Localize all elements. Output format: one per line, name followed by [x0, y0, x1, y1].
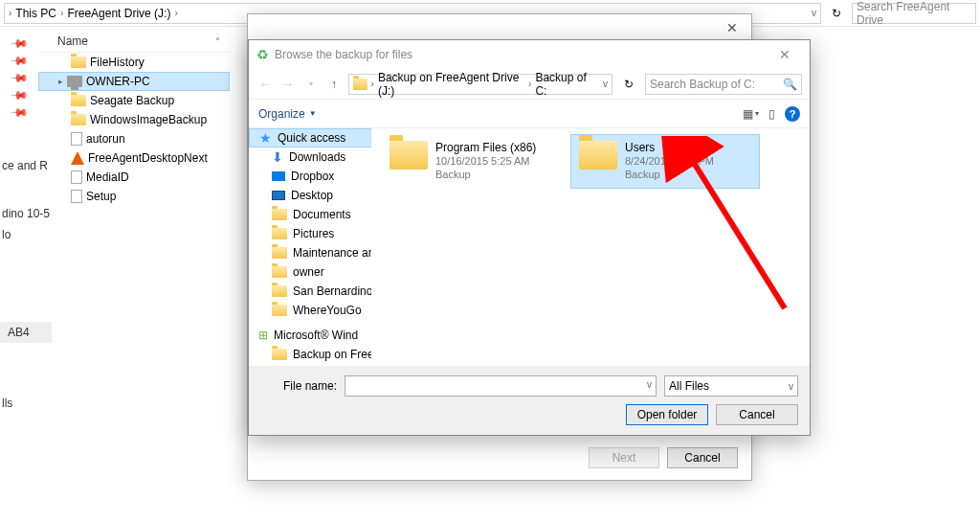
folder-icon — [390, 141, 428, 170]
file-browse-dialog: ♻ Browse the backup for files ✕ ← → ▾ ↑ … — [248, 39, 811, 436]
breadcrumb-item[interactable]: FreeAgent Drive (J:) — [67, 7, 170, 20]
filename-input[interactable]: v — [345, 375, 657, 397]
sidebar-item-downloads[interactable]: ⬇Downloads📍 — [249, 148, 371, 167]
pin-icon: 📌 — [10, 34, 29, 53]
dropbox-icon — [272, 171, 285, 181]
sidebar-item-documents[interactable]: Documents📍 — [249, 205, 371, 224]
wizard-button-row: Next Cancel — [589, 447, 738, 468]
tree-item[interactable]: ▸OWNER-PC — [38, 72, 230, 91]
item-type: Backup — [435, 168, 536, 181]
help-button[interactable]: ? — [785, 106, 800, 122]
breadcrumb-item[interactable]: Backup on FreeAgent Drive (J:) — [378, 71, 524, 98]
chevron-right-icon: › — [9, 8, 11, 18]
restore-icon: ♻ — [256, 47, 269, 62]
windows-icon: ⊞ — [258, 329, 268, 342]
recent-dropdown: ▾ — [302, 79, 320, 88]
computer-icon — [67, 76, 82, 87]
item-title: Users — [625, 141, 714, 154]
dialog-navbar: ← → ▾ ↑ › Backup on FreeAgent Drive (J:)… — [249, 69, 810, 100]
tree-item[interactable]: MediaID — [38, 168, 230, 187]
refresh-button[interactable]: ↻ — [827, 7, 846, 20]
sidebar-item-desktop[interactable]: Desktop📍 — [249, 186, 371, 205]
sidebar-item-dropbox[interactable]: Dropbox📍 — [249, 167, 371, 186]
dropdown-icon[interactable]: v — [603, 79, 608, 89]
column-header-name[interactable]: Name ˄ — [38, 31, 230, 53]
search-input[interactable]: Search Backup of C: 🔍 — [645, 74, 802, 95]
file-list[interactable]: Program Files (x86) 10/16/2015 5:25 AM B… — [371, 128, 810, 366]
sidebar-item[interactable]: WhereYouGo — [249, 301, 371, 320]
folder-icon — [272, 209, 287, 220]
pin-icon: 📌 — [10, 102, 29, 122]
folder-icon — [272, 285, 287, 297]
folder-icon — [272, 349, 287, 360]
preview-pane-button[interactable]: ▯ — [768, 107, 775, 121]
desktop-icon — [272, 191, 285, 200]
breadcrumb[interactable]: › Backup on FreeAgent Drive (J:) › Backu… — [348, 74, 612, 95]
dialog-footer: File name: v All Files v Open folder Can… — [249, 366, 810, 435]
dropdown-icon[interactable]: v — [812, 8, 816, 18]
tree-item[interactable]: Setup — [38, 187, 230, 206]
sidebar-item-windows[interactable]: ⊞Microsoft® Wind — [249, 326, 371, 345]
cancel-button[interactable]: Cancel — [716, 404, 798, 425]
cancel-button[interactable]: Cancel — [667, 447, 738, 468]
download-icon: ⬇ — [272, 149, 283, 165]
folder-icon — [353, 79, 368, 90]
search-input[interactable]: Search FreeAgent Drive — [852, 3, 976, 24]
next-button: Next — [589, 447, 659, 468]
star-icon: ★ — [259, 130, 272, 146]
tree-item[interactable]: Seagate Backup — [38, 91, 230, 110]
folder-icon — [272, 247, 287, 259]
folder-icon — [272, 228, 287, 239]
sidebar-item[interactable]: Backup on FreeA — [249, 345, 371, 364]
chevron-down-icon: ▼ — [309, 109, 317, 118]
folder-icon — [71, 114, 86, 125]
filetype-filter[interactable]: All Files v — [664, 375, 798, 397]
dialog-sidebar: ★Quick access ⬇Downloads📍 Dropbox📍 Deskt… — [249, 128, 371, 366]
tree-item[interactable]: WindowsImageBackup — [38, 110, 230, 129]
chevron-right-icon: › — [60, 8, 63, 18]
search-icon: 🔍 — [783, 78, 797, 91]
sidebar-item-pictures[interactable]: Pictures📍 — [249, 224, 371, 243]
tree-item[interactable]: FileHistory — [38, 53, 230, 72]
pin-icon: 📌 — [10, 68, 29, 87]
organize-menu[interactable]: Organize ▼ — [258, 107, 317, 121]
list-item[interactable]: Users 8/24/2015 1:44 PM Backup — [570, 134, 760, 189]
folder-icon — [272, 305, 287, 316]
tree-item[interactable]: autorun — [38, 129, 230, 148]
back-button: ← — [256, 78, 274, 91]
dialog-title: Browse the backup for files — [275, 48, 412, 61]
dialog-titlebar: ♻ Browse the backup for files ✕ — [249, 40, 810, 69]
folder-icon — [579, 141, 617, 170]
item-title: Program Files (x86) — [435, 141, 536, 154]
filename-label: File name: — [260, 379, 337, 393]
item-date: 8/24/2015 1:44 PM — [625, 154, 714, 168]
close-button[interactable]: ✕ — [768, 44, 802, 65]
dropdown-icon[interactable]: v — [647, 379, 652, 390]
sidebar-item[interactable]: owner — [249, 262, 371, 282]
sort-up-icon: ˄ — [215, 36, 220, 47]
item-type: Backup — [625, 168, 714, 181]
cutoff-panel: ce and R dino 10-5 lo AB4 lls — [0, 125, 52, 414]
chevron-right-icon: › — [174, 8, 177, 18]
sidebar-item[interactable]: San Bernardino — [249, 282, 371, 301]
sidebar-item[interactable]: Maintenance an — [249, 243, 371, 262]
up-button[interactable]: ↑ — [325, 78, 343, 91]
sidebar-item-quick-access[interactable]: ★Quick access — [249, 128, 371, 148]
view-options-button[interactable]: ▦ ▾ — [743, 107, 759, 121]
breadcrumb-item[interactable]: Backup of C: — [535, 71, 595, 98]
folder-tree: Name ˄ FileHistory ▸OWNER-PC Seagate Bac… — [38, 27, 230, 210]
list-item[interactable]: Program Files (x86) 10/16/2015 5:25 AM B… — [381, 134, 570, 189]
folder-icon — [71, 95, 86, 106]
breadcrumb-item[interactable]: This PC — [15, 7, 56, 20]
vlc-icon — [71, 151, 84, 165]
open-folder-button[interactable]: Open folder — [626, 404, 708, 425]
tree-item[interactable]: FreeAgentDesktopNext — [38, 148, 230, 168]
dialog-toolbar: Organize ▼ ▦ ▾ ▯ ? — [249, 100, 810, 128]
item-date: 10/16/2015 5:25 AM — [435, 154, 536, 168]
file-icon — [71, 170, 82, 184]
close-button[interactable]: ✕ — [713, 14, 751, 41]
search-placeholder: Search FreeAgent Drive — [857, 0, 971, 27]
pin-icon: 📌 — [10, 85, 29, 104]
refresh-button[interactable]: ↻ — [618, 78, 639, 91]
forward-button: → — [279, 78, 297, 91]
